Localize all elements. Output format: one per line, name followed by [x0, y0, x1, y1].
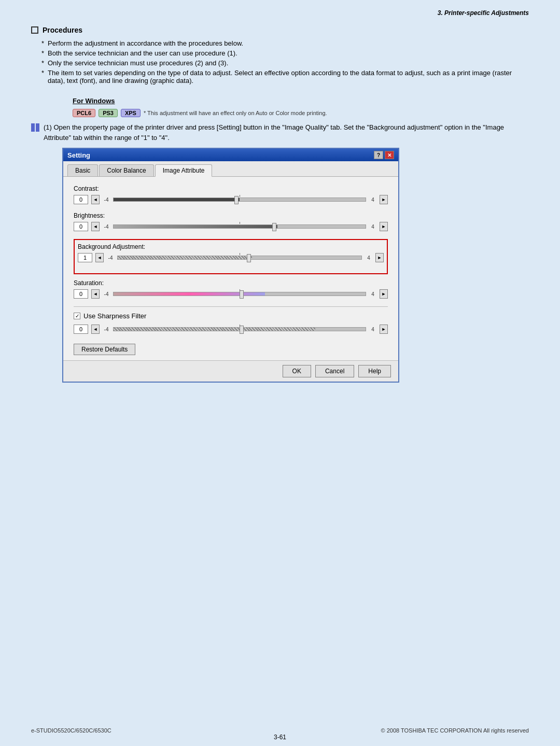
titlebar-buttons: ? ✕	[374, 151, 394, 159]
contrast-value[interactable]: 0	[74, 195, 88, 204]
saturation-slider-row: 0 ◄ -4 4 ►	[74, 289, 388, 299]
cancel-button[interactable]: Cancel	[315, 365, 354, 377]
background-section: Background Adjustment: 1 ◄ -4	[78, 243, 384, 263]
dialog-body: Contrast: 0 ◄ -4 4 ►	[63, 177, 398, 360]
sharpness-label: Use Sharpness Filter	[83, 312, 146, 320]
sharpness-thumb[interactable]	[240, 326, 244, 334]
saturation-min: -4	[103, 291, 110, 297]
contrast-section: Contrast: 0 ◄ -4 4 ►	[74, 185, 388, 205]
contrast-track-bar	[113, 198, 366, 202]
sharpness-track	[113, 324, 366, 334]
background-track	[117, 252, 362, 263]
procedures-title: Procedures	[43, 26, 82, 34]
sharpness-section: 0 ◄ -4 4 ►	[74, 324, 388, 334]
badge-note: * This adjustment will have an effect on…	[144, 110, 327, 116]
contrast-max: 4	[369, 197, 376, 203]
ok-button[interactable]: OK	[283, 365, 311, 377]
brightness-track	[113, 221, 366, 232]
tab-color-balance[interactable]: Color Balance	[99, 164, 153, 176]
background-right-arrow[interactable]: ►	[375, 253, 384, 262]
page: 3. Printer-specific Adjustments Procedur…	[0, 0, 560, 746]
sharpness-fill	[114, 328, 315, 331]
procedures-list: Perform the adjustment in accordance wit…	[41, 39, 529, 85]
saturation-left-arrow[interactable]: ◄	[91, 289, 100, 299]
divider-1	[74, 306, 388, 307]
sharpness-min: -4	[103, 327, 110, 332]
footer-left: e-STUDIO5520C/6520C/6530C	[31, 727, 111, 734]
restore-defaults-button[interactable]: Restore Defaults	[74, 344, 135, 355]
brightness-max: 4	[369, 224, 376, 230]
saturation-track-bar	[113, 292, 366, 296]
footer-right: © 2008 TOSHIBA TEC CORPORATION All right…	[381, 727, 529, 734]
step-1-text: (1) Open the property page of the printe…	[44, 122, 529, 143]
bullet-3: Only the service technician must use pro…	[41, 59, 529, 67]
contrast-fill	[114, 198, 240, 201]
step-icon-bar-1	[31, 123, 35, 132]
saturation-section: Saturation: 0 ◄ -4 4 ►	[74, 279, 388, 299]
bullet-4: The item to set varies depending on the …	[41, 69, 529, 85]
background-thumb[interactable]	[247, 254, 251, 262]
sharpness-right-arrow[interactable]: ►	[380, 325, 388, 334]
contrast-slider-row: 0 ◄ -4 4 ►	[74, 194, 388, 205]
background-left-arrow[interactable]: ◄	[95, 253, 104, 262]
contrast-left-arrow[interactable]: ◄	[91, 195, 100, 204]
background-label: Background Adjustment:	[78, 243, 384, 250]
close-title-btn[interactable]: ✕	[385, 151, 394, 159]
bullet-2: Both the service technician and the user…	[41, 49, 529, 57]
sharpness-max: 4	[369, 327, 376, 332]
setting-dialog: Setting ? ✕ Basic Color Balance Image At…	[62, 148, 399, 383]
sharpness-tick	[240, 325, 240, 327]
background-highlight: Background Adjustment: 1 ◄ -4	[74, 239, 388, 274]
brightness-min: -4	[103, 224, 110, 230]
badge-pcl6: PCL6	[73, 109, 95, 117]
page-footer: e-STUDIO5520C/6520C/6530C © 2008 TOSHIBA…	[31, 727, 529, 734]
brightness-tick	[240, 222, 240, 224]
background-track-bar	[117, 256, 362, 260]
sharpness-left-arrow[interactable]: ◄	[91, 325, 100, 334]
sharpness-value[interactable]: 0	[74, 325, 88, 334]
contrast-tick	[240, 195, 240, 197]
brightness-left-arrow[interactable]: ◄	[91, 222, 100, 231]
saturation-thumb[interactable]	[240, 290, 244, 299]
saturation-tick	[240, 289, 240, 291]
step-1-row: (1) Open the property page of the printe…	[31, 122, 529, 143]
dialog-footer: OK Cancel Help	[63, 360, 398, 382]
help-button[interactable]: Help	[358, 365, 391, 377]
help-title-btn[interactable]: ?	[374, 151, 383, 159]
sharpness-track-bar	[113, 327, 366, 331]
brightness-thumb[interactable]	[272, 223, 276, 231]
background-slider-row: 1 ◄ -4 4 ►	[78, 252, 384, 263]
badge-row: PCL6 PS3 XPS * This adjustment will have…	[73, 109, 529, 117]
contrast-right-arrow[interactable]: ►	[380, 195, 388, 204]
for-windows-heading: For Windows	[73, 97, 529, 105]
procedures-checkbox-icon	[31, 26, 38, 34]
tab-image-attribute[interactable]: Image Attribute	[155, 164, 213, 177]
background-max: 4	[365, 255, 372, 261]
saturation-right-arrow[interactable]: ►	[380, 289, 388, 299]
background-value[interactable]: 1	[78, 253, 92, 262]
sharpness-checkbox-row: ✓ Use Sharpness Filter	[74, 312, 388, 320]
brightness-slider-row: 0 ◄ -4 4 ►	[74, 221, 388, 232]
saturation-value[interactable]: 0	[74, 289, 88, 299]
saturation-track	[113, 289, 366, 299]
dialog-tabs: Basic Color Balance Image Attribute	[63, 161, 398, 177]
dialog-titlebar: Setting ? ✕	[63, 149, 398, 161]
brightness-right-arrow[interactable]: ►	[380, 222, 388, 231]
dialog-title: Setting	[67, 151, 90, 159]
contrast-thumb[interactable]	[234, 196, 239, 204]
background-fill	[118, 256, 252, 259]
dialog-wrapper: Setting ? ✕ Basic Color Balance Image At…	[62, 148, 399, 383]
saturation-max: 4	[369, 291, 376, 297]
saturation-label: Saturation:	[74, 279, 388, 287]
contrast-min: -4	[103, 197, 110, 203]
background-min: -4	[107, 255, 114, 261]
tab-basic[interactable]: Basic	[67, 164, 98, 176]
contrast-label: Contrast:	[74, 185, 388, 192]
page-number: 3-61	[274, 734, 286, 741]
background-tick	[240, 253, 240, 255]
section-title-text: 3. Printer-specific Adjustments	[438, 9, 529, 17]
brightness-value[interactable]: 0	[74, 222, 88, 231]
step-icon	[31, 123, 39, 132]
sharpness-checkbox[interactable]: ✓	[74, 313, 80, 319]
contrast-track	[113, 194, 366, 205]
